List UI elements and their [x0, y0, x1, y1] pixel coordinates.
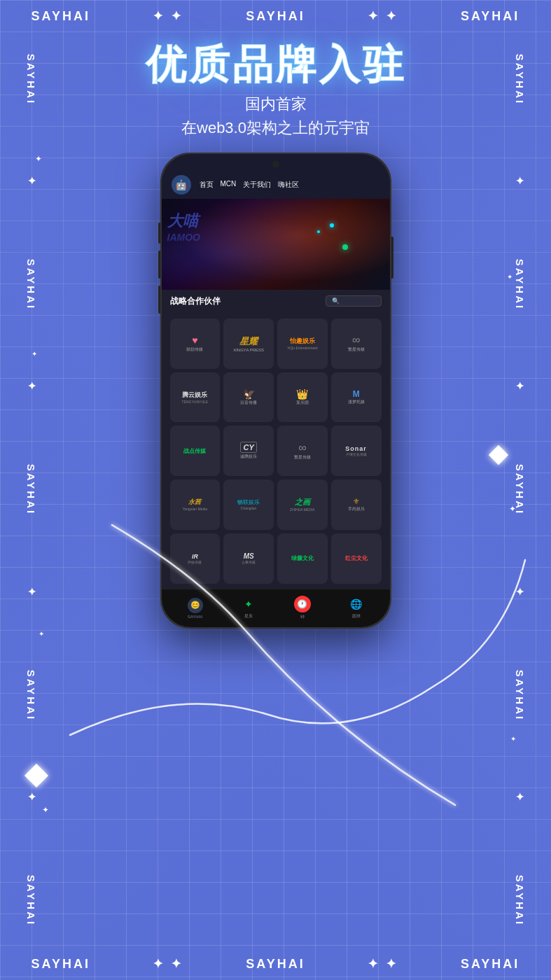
page-title: 优质品牌入驻: [146, 42, 406, 87]
sayhai-right-4: SAYHAI: [514, 670, 526, 721]
nav-home[interactable]: 首页: [200, 180, 214, 190]
star-right-3: ✦: [513, 587, 526, 598]
brand-card-sonar[interactable]: Sonar 卢博文化传媒: [331, 426, 382, 476]
phone-camera: [272, 161, 279, 168]
deco-star-1: ✦: [35, 154, 42, 164]
brand-card-7[interactable]: 👑 某乐团: [277, 372, 328, 423]
brand-card-14[interactable]: 之画 ZHIHUA MEDIA: [277, 479, 328, 530]
star-left-2: ✦: [25, 382, 38, 393]
star-deco-1: ✦ ✦: [153, 8, 183, 24]
hero-text: 大喵 IAMOO: [167, 213, 200, 242]
sayhai-right-1: SAYHAI: [514, 53, 526, 104]
bottom-nav-globe-label: 圆球: [352, 613, 361, 620]
phone-hero-image: 大喵 IAMOO: [162, 199, 390, 290]
sayhai-top-strip: SAYHAI ✦ ✦ SAYHAI ✦ ✦ SAYHAI: [0, 0, 551, 32]
partner-section: 战略合作伙伴 🔍: [162, 290, 390, 318]
deco-star-4: ✦: [509, 504, 516, 514]
deco-star-2: ✦: [507, 273, 512, 281]
brand-card-2[interactable]: 星耀 XINGYA PRESS: [223, 318, 274, 369]
bottom-nav-star-icon: ✦: [241, 596, 256, 612]
sayhai-left-3: SAYHAI: [25, 464, 37, 515]
brand-card-12[interactable]: 永茜 Yongxian Media: [170, 479, 221, 530]
brand-grid: ♥ 鼓励传媒 星耀 XINGYA PRESS: [162, 318, 390, 589]
star-left-4: ✦: [25, 792, 38, 804]
sayhai-bottom-strip: SAYHAI ✦ ✦ SAYHAI ✦ ✦ SAYHAI: [0, 948, 551, 980]
nav-mcn[interactable]: MCN: [221, 180, 237, 190]
brand-card-10[interactable]: CY 诚腾娱乐: [223, 426, 274, 476]
nav-community[interactable]: 嗨社区: [278, 180, 299, 190]
brand-card-13[interactable]: 畅联娱乐 Changlian: [223, 479, 274, 530]
deco-star-3: ✦: [32, 350, 37, 358]
sayhai-label-bot-2: SAYHAI: [246, 957, 305, 972]
phone-screen: 🤖 首页 MCN 关于我们 嗨社区 大喵: [162, 154, 390, 627]
star-right-2: ✦: [513, 382, 526, 393]
sayhai-right-5: SAYHAI: [514, 875, 526, 926]
star-deco-bot-1: ✦ ✦: [153, 956, 183, 972]
deco-star-5: ✦: [39, 630, 44, 638]
phone-mockup: 🤖 首页 MCN 关于我们 嗨社区 大喵: [160, 153, 391, 629]
phone-outer-frame: 🤖 首页 MCN 关于我们 嗨社区 大喵: [160, 153, 391, 629]
nav-logo-icon: 🤖: [175, 179, 187, 190]
star-left-1: ✦: [25, 176, 38, 188]
nav-logo: 🤖: [172, 175, 191, 195]
sayhai-left-strip: SAYHAI ✦ SAYHAI ✦ SAYHAI ✦ SAYHAI ✦ SAYH…: [6, 0, 57, 980]
bottom-nav-globe-icon: 🌐: [349, 596, 364, 612]
bottom-nav-sayhai-icon: 😊: [188, 598, 203, 613]
brand-card-17[interactable]: MS 么事传媒: [223, 533, 274, 584]
star-deco-2: ✦ ✦: [368, 8, 398, 24]
brand-card-1[interactable]: ♥ 鼓励传媒: [170, 318, 221, 369]
star-right-1: ✦: [513, 176, 526, 188]
bottom-nav-star[interactable]: ✦ 星辰: [241, 596, 256, 620]
sayhai-left-2: SAYHAI: [25, 259, 37, 310]
bottom-nav-sayhai-label: SAYHAI: [188, 615, 203, 619]
star-left-3: ✦: [25, 587, 38, 598]
partner-header: 战略合作伙伴 🔍: [170, 295, 382, 307]
brand-card-19[interactable]: 红尘文化: [331, 533, 382, 584]
deco-star-6: ✦: [510, 735, 516, 743]
nav-links: 首页 MCN 关于我们 嗨社区: [200, 180, 300, 190]
brand-card-9[interactable]: 战点传媒: [170, 426, 221, 476]
brand-card-6[interactable]: 🦅 沿音传播: [223, 372, 274, 423]
main-content: 优质品牌入驻 国内首家 在web3.0架构之上的元宇宙 🤖: [0, 0, 551, 980]
partner-title: 战略合作伙伴: [170, 295, 221, 307]
brand-card-15[interactable]: ⚜ 手尚娱乐: [331, 479, 382, 530]
brand-card-18[interactable]: 绿藤文化: [277, 533, 328, 584]
bottom-nav-clock[interactable]: 🕐 钟: [294, 596, 311, 620]
sayhai-right-strip: SAYHAI ✦ SAYHAI ✦ SAYHAI ✦ SAYHAI ✦ SAYH…: [494, 0, 545, 980]
bottom-nav-clock-label: 钟: [300, 614, 305, 620]
brand-card-5[interactable]: 腾云娱乐 TENGYUNYULE: [170, 372, 221, 423]
brand-card-3[interactable]: 怡趣娱乐 YiQu Entertainment: [277, 318, 328, 369]
brand-card-4[interactable]: ∞ 繁星传媒: [331, 318, 382, 369]
deco-star-7: ✦: [42, 805, 49, 815]
subtitle2: 在web3.0架构之上的元宇宙: [181, 118, 370, 139]
star-right-4: ✦: [513, 792, 526, 804]
sayhai-right-2: SAYHAI: [514, 259, 526, 310]
star-deco-bot-2: ✦ ✦: [368, 956, 398, 972]
partner-search[interactable]: 🔍: [326, 295, 382, 307]
nav-about[interactable]: 关于我们: [243, 180, 271, 190]
brand-card-11[interactable]: ∞ 繁星传媒: [277, 426, 328, 476]
phone-screen-content: 🤖 首页 MCN 关于我们 嗨社区 大喵: [162, 154, 390, 589]
sayhai-left-5: SAYHAI: [25, 875, 37, 926]
sayhai-left-4: SAYHAI: [25, 670, 37, 721]
bottom-nav-clock-icon: 🕐: [294, 596, 311, 612]
bottom-nav-sayhai[interactable]: 😊 SAYHAI: [188, 598, 203, 619]
sayhai-label-top-2: SAYHAI: [246, 9, 305, 24]
search-icon: 🔍: [332, 298, 340, 304]
bottom-nav-star-label: 星辰: [244, 613, 253, 620]
subtitle1: 国内首家: [245, 94, 307, 115]
bottom-nav-globe[interactable]: 🌐 圆球: [349, 596, 364, 620]
brand-card-8[interactable]: M 漫梦托媒: [331, 372, 382, 423]
sayhai-left-1: SAYHAI: [25, 53, 37, 104]
brand-card-16[interactable]: IR 伊娱传媒: [170, 533, 221, 584]
phone-bottom-nav: 😊 SAYHAI ✦ 星辰 🕐 钟: [162, 589, 390, 627]
